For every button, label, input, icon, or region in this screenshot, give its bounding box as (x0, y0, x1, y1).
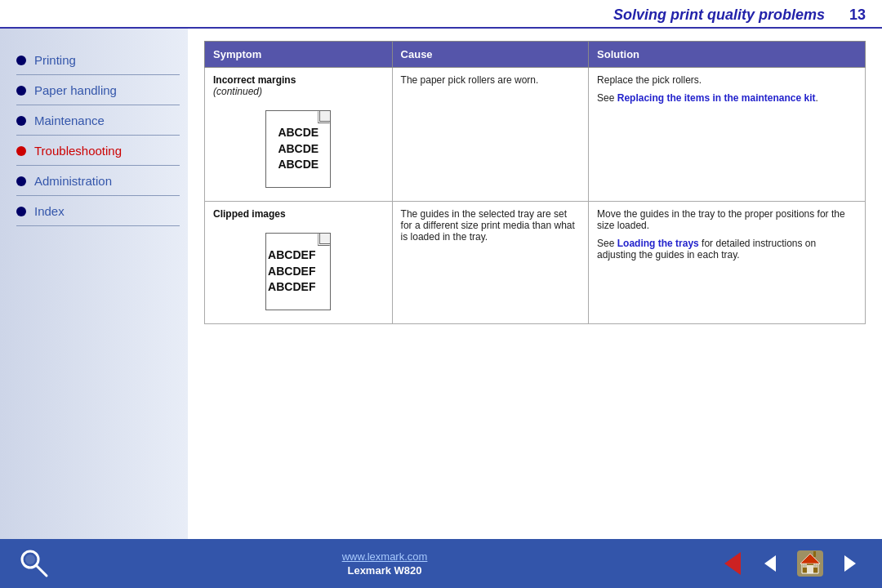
sidebar-label-troubleshooting: Troubleshooting (34, 144, 122, 158)
col-header-solution: Solution (589, 42, 866, 68)
content-area: Symptom Cause Solution Incorrect margins… (188, 29, 882, 539)
sidebar-item-index[interactable]: Index (0, 196, 188, 226)
sidebar-label-printing: Printing (34, 53, 76, 67)
svg-point-2 (25, 555, 35, 564)
col-header-cause: Cause (392, 42, 589, 68)
sidebar-dot-administration (16, 176, 26, 186)
symptom-title: Incorrect margins (continued) (213, 74, 384, 97)
page-image-clipped: ABCDEFABCDEFABCDEF (265, 233, 331, 310)
nav-back-button[interactable] (717, 548, 748, 579)
page-text-abcdef: ABCDEFABCDEFABCDEF (268, 247, 315, 296)
col-header-symptom: Symptom (205, 42, 393, 68)
sidebar-item-administration[interactable]: Administration (0, 166, 188, 196)
clipped-symptom-title: Clipped images (213, 208, 384, 220)
svg-rect-9 (813, 551, 816, 557)
main-layout: Printing Paper handling Maintenance Trou… (0, 29, 882, 539)
svg-rect-6 (807, 565, 813, 573)
table-header-row: Symptom Cause Solution (205, 42, 866, 68)
sidebar-dot-printing (16, 56, 26, 65)
svg-line-1 (36, 565, 47, 576)
page-number: 13 (849, 7, 866, 24)
sidebar-label-paper-handling: Paper handling (34, 83, 117, 97)
table-row-clipped-images: Clipped images ABCDEFABCDEFABCDEF The gu… (205, 202, 866, 324)
home-icon (794, 547, 826, 580)
sidebar-label-maintenance: Maintenance (34, 114, 105, 127)
footer-center: www.lexmark.com Lexmark W820 (342, 550, 428, 577)
link-maintenance-kit[interactable]: Replacing the items in the maintenance k… (617, 92, 816, 104)
page-image-correct-margins: ABCDEABCDEABCDE (265, 110, 331, 188)
nav-next-button[interactable] (835, 548, 866, 579)
search-button[interactable] (16, 546, 52, 581)
prev-arrow-icon (764, 555, 776, 572)
table-row-incorrect-margins: Incorrect margins (continued) ABCDEABCDE… (205, 68, 866, 202)
sidebar-dot-maintenance (16, 116, 26, 126)
sidebar-dot-index (16, 207, 26, 216)
page-title: Solving print quality problems (613, 7, 825, 24)
symptom-clipped-images: Clipped images ABCDEFABCDEFABCDEF (205, 202, 393, 324)
symptom-incorrect-margins: Incorrect margins (continued) ABCDEABCDE… (205, 68, 393, 202)
footer-brand: Lexmark W820 (347, 564, 421, 577)
sidebar-dot-paper-handling (16, 86, 26, 96)
sidebar-item-printing[interactable]: Printing (0, 45, 188, 75)
cause-incorrect-margins: The paper pick rollers are worn. (392, 68, 589, 202)
sidebar-dot-troubleshooting (16, 146, 26, 156)
problem-table: Symptom Cause Solution Incorrect margins… (204, 41, 866, 324)
nav-home-button[interactable] (792, 546, 828, 581)
search-icon (19, 548, 50, 579)
next-arrow-icon (844, 555, 856, 572)
footer-nav (717, 546, 866, 581)
sidebar-item-troubleshooting[interactable]: Troubleshooting (0, 136, 188, 166)
page-footer: www.lexmark.com Lexmark W820 (0, 539, 882, 588)
solution-clipped-images: Move the guides in the tray to the prope… (589, 202, 866, 324)
link-loading-trays[interactable]: Loading the trays (617, 238, 699, 249)
footer-url-link[interactable]: www.lexmark.com (342, 550, 428, 563)
sidebar-label-administration: Administration (34, 174, 112, 188)
page-text-abcde: ABCDEABCDEABCDE (278, 125, 318, 173)
cause-clipped-images: The guides in the selected tray are set … (392, 202, 589, 324)
sidebar-label-index: Index (34, 204, 65, 218)
solution-incorrect-margins: Replace the pick rollers. See Replacing … (589, 68, 866, 202)
nav-prev-button[interactable] (755, 548, 786, 579)
sidebar: Printing Paper handling Maintenance Trou… (0, 29, 188, 539)
sidebar-item-maintenance[interactable]: Maintenance (0, 105, 188, 136)
back-arrow-icon (724, 552, 741, 575)
page-header: Solving print quality problems 13 (0, 0, 882, 29)
sidebar-item-paper-handling[interactable]: Paper handling (0, 75, 188, 105)
